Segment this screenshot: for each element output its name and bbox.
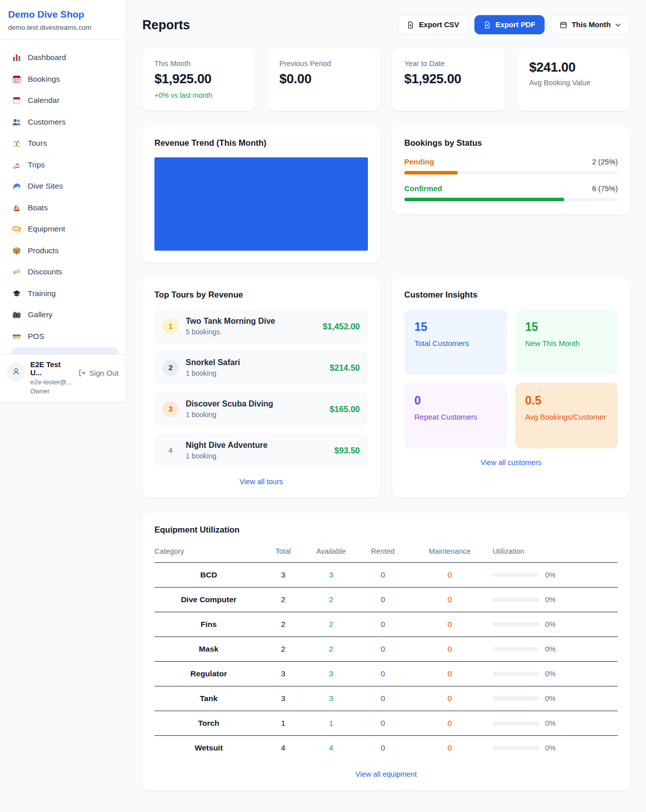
utilization-bar <box>493 622 539 626</box>
utilization-percent: 0% <box>545 645 556 653</box>
sidebar-item-products[interactable]: Products <box>6 240 120 262</box>
cell-available: 3 <box>303 686 359 711</box>
sidebar-header: Demo Dive Shop demo.test.divestreams.com <box>0 0 126 40</box>
tour-row: 2 Snorkel Safari 1 booking $214.50 <box>154 351 368 385</box>
utilization-percent: 0% <box>545 719 556 727</box>
table-row: Torch 1 1 0 0 0% <box>154 711 618 736</box>
sidebar: Demo Dive Shop demo.test.divestreams.com… <box>0 0 126 402</box>
table-row: Wetsuit 4 4 0 0 0% <box>154 736 618 761</box>
sidebar-item-pos[interactable]: POS <box>6 326 120 347</box>
view-all-equipment-link[interactable]: View all equipment <box>154 770 618 778</box>
sidebar-item-label: Customers <box>28 118 66 127</box>
cell-maintenance: 0 <box>407 588 493 612</box>
cell-utilization: 0% <box>493 563 618 588</box>
status-label: Pending <box>404 157 434 166</box>
tour-name: Night Dive Adventure <box>186 441 267 450</box>
sidebar-item-label: Discounts <box>28 267 62 276</box>
sidebar-item-trips[interactable]: Trips <box>6 154 120 176</box>
sidebar-item-gallery[interactable]: Gallery <box>6 304 120 326</box>
utilization-percent: 0% <box>545 596 556 604</box>
sidebar-item-dive-sites[interactable]: Dive Sites <box>6 176 120 197</box>
customer-insights-card: Customer Insights 15 Total Customers 15 … <box>392 278 630 498</box>
view-all-tours-link[interactable]: View all tours <box>154 478 368 486</box>
sidebar-item-customers[interactable]: Customers <box>6 111 120 133</box>
tile-label: Total Customers <box>414 339 497 347</box>
camera-icon <box>12 310 21 319</box>
sidebar-item-boats[interactable]: Boats <box>6 197 120 219</box>
sign-out-button[interactable]: Sign Out <box>78 369 119 377</box>
stat-card-avg-booking-value: $241.00 Avg Booking Value <box>517 48 630 111</box>
status-row-pending: Pending 2 (25%) <box>404 157 618 175</box>
tour-name: Two Tank Morning Dive <box>186 317 275 326</box>
export-csv-button[interactable]: Export CSV <box>398 15 468 34</box>
cell-available: 2 <box>303 612 359 637</box>
cell-rented: 0 <box>359 588 407 612</box>
credit-card-icon <box>12 332 21 341</box>
bar-chart-icon <box>12 53 21 62</box>
cell-rented: 0 <box>359 612 407 637</box>
rank-badge: 3 <box>163 401 179 417</box>
sidebar-item-label: POS <box>28 332 44 341</box>
cell-category: Regulator <box>154 662 263 686</box>
col-header-category: Category <box>154 544 263 563</box>
cell-utilization: 0% <box>493 711 618 736</box>
tear-off-calendar-icon <box>12 96 21 105</box>
sidebar-item-calendar[interactable]: Calendar <box>6 90 120 111</box>
package-icon <box>12 246 21 255</box>
table-row: Mask 2 2 0 0 0% <box>154 637 618 662</box>
cell-maintenance: 0 <box>407 637 493 662</box>
stat-value: $241.00 <box>529 60 618 75</box>
cell-available: 4 <box>303 736 359 761</box>
tile-value: 15 <box>414 320 497 334</box>
insights-row: Top Tours by Revenue 1 Two Tank Morning … <box>142 278 630 498</box>
tour-row: 4 Night Dive Adventure 1 booking $93.50 <box>154 433 368 468</box>
card-title: Customer Insights <box>404 290 618 300</box>
progress-fill <box>404 198 564 201</box>
svg-text:17: 17 <box>15 78 19 83</box>
sidebar-item-bookings[interactable]: 17 Bookings <box>6 69 120 90</box>
period-dropdown[interactable]: This Month <box>551 15 630 34</box>
utilization-bar <box>493 598 539 602</box>
utilization-bar <box>493 721 539 725</box>
sidebar-item-equipment[interactable]: Equipment <box>6 218 120 240</box>
tour-amount: $1,452.00 <box>323 322 360 331</box>
export-pdf-button[interactable]: Export PDF <box>474 15 545 34</box>
graduation-cap-icon <box>12 289 21 298</box>
tile-value: 15 <box>525 320 608 334</box>
charts-row: Revenue Trend (This Month) Bookings by S… <box>142 126 630 263</box>
cell-utilization: 0% <box>493 588 618 612</box>
sidebar-item-dashboard[interactable]: Dashboard <box>6 47 120 69</box>
sidebar-item-discounts[interactable]: Discounts <box>6 261 120 283</box>
cell-category: Fins <box>154 612 263 637</box>
tour-row: 3 Discover Scuba Diving 1 booking $165.0… <box>154 392 368 426</box>
sidebar-item-tours[interactable]: Tours <box>6 133 120 154</box>
stat-value: $1,925.00 <box>154 71 243 87</box>
view-all-customers-link[interactable]: View all customers <box>404 458 618 467</box>
cell-maintenance: 0 <box>407 736 493 761</box>
cell-total: 3 <box>263 686 303 711</box>
cell-rented: 0 <box>359 637 407 662</box>
col-header-maintenance: Maintenance <box>407 544 493 563</box>
sidebar-item-label: Gallery <box>28 310 52 319</box>
tour-amount: $214.50 <box>330 363 360 373</box>
sidebar-item-active-partial[interactable] <box>11 347 119 354</box>
utilization-bar <box>493 647 539 651</box>
col-header-utilization: Utilization <box>493 544 618 563</box>
stats-row: This Month $1,925.00 +0% vs last month P… <box>142 48 630 111</box>
progress-track <box>404 198 618 201</box>
sidebar-item-label: Bookings <box>28 75 60 84</box>
sidebar-item-training[interactable]: Training <box>6 283 120 305</box>
page-title: Reports <box>142 18 190 32</box>
sidebar-item-label: Tours <box>28 139 47 148</box>
utilization-percent: 0% <box>545 694 556 703</box>
people-icon <box>12 118 21 127</box>
chevron-down-icon <box>615 23 621 27</box>
tour-amount: $93.50 <box>335 446 360 455</box>
tour-amount: $165.00 <box>330 404 360 414</box>
cell-category: Tank <box>154 686 263 711</box>
tour-name: Snorkel Safari <box>186 358 240 367</box>
equipment-table: Category Total Available Rented Maintena… <box>154 544 618 760</box>
tour-bookings: 1 booking <box>186 411 273 419</box>
tour-name: Discover Scuba Diving <box>186 399 273 409</box>
stat-delta: +0% vs last month <box>154 91 243 99</box>
